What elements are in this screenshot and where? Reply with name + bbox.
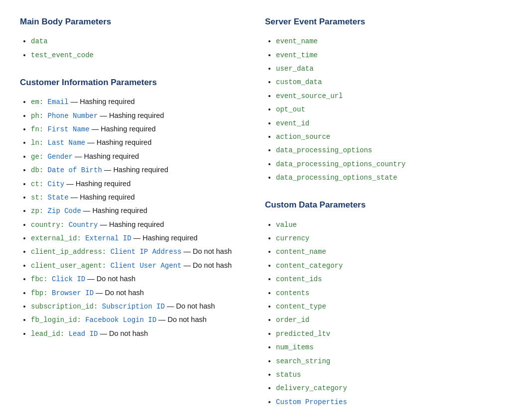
param-code: opt_out [276,105,305,113]
param-code: content_name [276,248,326,256]
param-link[interactable]: Facebook Login ID [85,316,156,324]
param-code: db: [31,166,48,174]
list-item: search_string [276,355,490,367]
param-code: currency [276,234,309,242]
param-description: — Hashing required [98,220,164,228]
list-item: predicted_ltv [276,328,490,339]
param-code: fn: [31,125,48,133]
param-code: event_source_url [276,92,343,100]
param-link[interactable]: Client IP Address [111,248,182,256]
list-item: event_id [276,117,490,129]
param-code: lead_id: [31,330,69,338]
param-link[interactable]: Zip Code [48,207,81,215]
param-link[interactable]: Browser ID [52,289,94,297]
param-description: — Hashing required [73,152,139,160]
param-code: search_string [276,357,330,365]
param-code: custom_data [276,78,322,86]
param-code: content_type [276,303,326,311]
param-link[interactable]: State [48,194,69,202]
param-link[interactable]: City [48,180,65,188]
list-item: content_type [276,301,490,312]
param-link[interactable]: Email [48,98,69,106]
param-description: — Hashing required [131,234,198,242]
param-link[interactable]: Gender [48,153,73,161]
section-title: Main Body Parameters [20,15,245,28]
list-item: num_items [276,341,490,353]
param-link[interactable]: Lead ID [69,330,98,338]
list-item: delivery_category [276,382,490,394]
list-item: fbp: Browser ID — Do not hash [31,287,245,299]
list-item: event_source_url [276,90,490,102]
param-description: — Hashing required [81,207,147,214]
list-item: order_id [276,314,490,325]
param-code: event_id [276,119,309,127]
param-code: test_event_code [31,51,94,59]
list-item: Custom Properties [276,396,490,408]
param-code: status [276,371,301,379]
param-code: ln: [31,139,48,147]
param-code: action_source [276,133,330,141]
param-code: em: [31,98,48,106]
left-column: Main Body Parametersdatatest_event_codeC… [20,15,245,420]
list-item: data_processing_options_state [276,172,490,183]
param-code: predicted_ltv [276,330,330,338]
list-item: value [276,219,490,230]
list-item: client_ip_address: Client IP Address — D… [31,246,245,257]
param-link[interactable]: Phone Number [48,112,98,120]
list-item: lead_id: Lead ID — Do not hash [31,328,245,339]
param-description: — Do not hash [181,247,232,255]
param-link[interactable]: Client User Agent [111,262,182,270]
list-item: client_user_agent: Client User Agent — D… [31,260,245,271]
param-description: — Hashing required [85,138,151,146]
right-column: Server Event Parametersevent_nameevent_t… [265,15,490,420]
param-description: — Do not hash [98,329,148,337]
param-code: zp: [31,207,48,215]
list-item: fbc: Click ID — Do not hash [31,273,245,285]
param-code: content_ids [276,275,322,283]
list-item: st: State — Hashing required [31,192,245,203]
param-code: data_processing_options_country [276,160,405,168]
list-item: data_processing_options [276,144,490,156]
param-link[interactable]: Subscription ID [102,303,165,311]
list-item: opt_out [276,104,490,115]
param-code: value [276,221,297,229]
list-item: custom_data [276,76,490,88]
param-description: — Do not hash [165,302,215,310]
param-list: em: Email — Hashing requiredph: Phone Nu… [20,96,245,339]
param-description: — Hashing required [69,98,135,105]
param-code: st: [31,194,48,202]
list-item: action_source [276,131,490,142]
list-item: data [31,35,245,47]
param-list: datatest_event_code [20,35,245,61]
param-description: — Do not hash [156,315,207,323]
param-list: valuecurrencycontent_namecontent_categor… [265,219,490,408]
list-item: status [276,369,490,380]
param-link[interactable]: External ID [85,234,131,242]
param-code: ph: [31,112,48,120]
list-item: test_event_code [31,49,245,61]
param-description: — Do not hash [85,275,135,283]
param-code: event_time [276,51,318,59]
list-item: ph: Phone Number — Hashing required [31,110,245,121]
param-code: external_id: [31,234,85,242]
param-code: fbc: [31,275,52,283]
param-list: event_nameevent_timeuser_datacustom_data… [265,35,490,183]
list-item: currency [276,232,490,244]
param-code: subscription_id: [31,303,102,311]
param-link[interactable]: Date of Birth [48,166,102,174]
list-item: content_category [276,260,490,271]
list-item: user_data [276,63,490,74]
param-link[interactable]: Last Name [48,139,86,147]
list-item: fb_login_id: Facebook Login ID — Do not … [31,314,245,325]
custom-properties-link[interactable]: Custom Properties [276,398,347,406]
list-item: ge: Gender — Hashing required [31,151,245,162]
section-title: Custom Data Parameters [265,198,490,211]
param-code: data [31,37,48,45]
param-link[interactable]: Country [69,221,98,229]
param-link[interactable]: First Name [48,125,90,133]
list-item: event_time [276,49,490,61]
section-title: Server Event Parameters [265,15,490,28]
param-code: user_data [276,65,314,73]
list-item: country: Country — Hashing required [31,219,245,230]
param-link[interactable]: Click ID [52,275,85,283]
